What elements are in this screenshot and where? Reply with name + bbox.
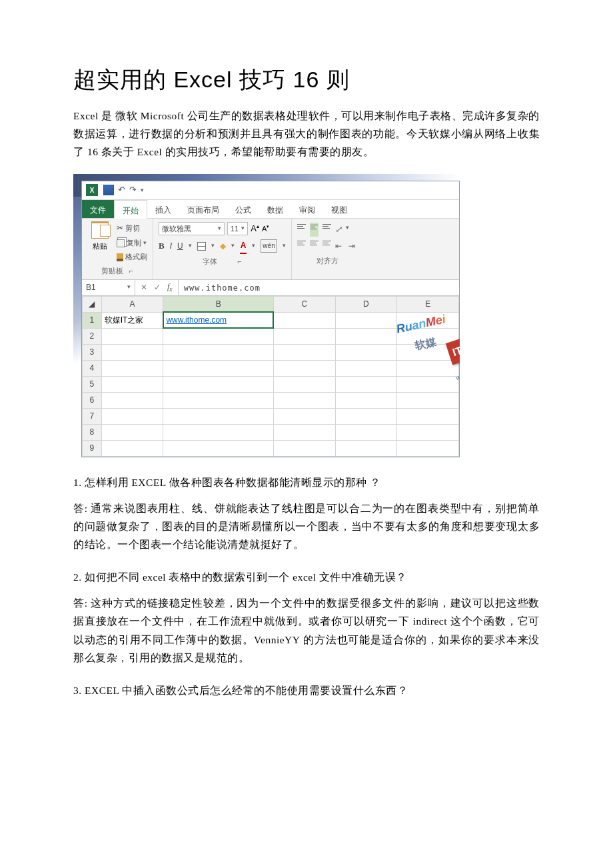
align-bottom-icon[interactable]: [322, 223, 331, 237]
cell[interactable]: [101, 328, 163, 344]
cell[interactable]: [335, 376, 397, 392]
cell[interactable]: [163, 344, 274, 360]
cell[interactable]: [163, 392, 274, 408]
col-header-b[interactable]: B: [163, 296, 274, 312]
cell[interactable]: [163, 424, 274, 440]
cell[interactable]: [273, 408, 335, 424]
cut-button[interactable]: ✂剪切: [117, 221, 147, 235]
cell[interactable]: [163, 408, 274, 424]
cell[interactable]: [397, 376, 459, 392]
cell[interactable]: [273, 440, 335, 456]
tab-review[interactable]: 审阅: [291, 200, 323, 218]
cell[interactable]: [335, 408, 397, 424]
cell[interactable]: [101, 440, 163, 456]
cell[interactable]: [273, 392, 335, 408]
row-header-7[interactable]: 7: [83, 408, 102, 424]
cell-c1[interactable]: [273, 312, 335, 328]
cell[interactable]: [335, 424, 397, 440]
shrink-font-icon[interactable]: A▾: [262, 223, 269, 235]
tab-file[interactable]: 文件: [82, 200, 114, 218]
select-all-corner[interactable]: ◢: [83, 296, 102, 312]
italic-button[interactable]: I: [170, 239, 172, 253]
cell[interactable]: [101, 392, 163, 408]
name-box[interactable]: B1▾: [82, 280, 135, 295]
col-header-c[interactable]: C: [273, 296, 335, 312]
cell-b1[interactable]: www.ithome.com: [163, 312, 274, 328]
cell[interactable]: [163, 328, 274, 344]
row-header-3[interactable]: 3: [83, 344, 102, 360]
formula-bar[interactable]: www.ithome.com: [179, 280, 266, 295]
row-header-8[interactable]: 8: [83, 424, 102, 440]
cell[interactable]: [273, 424, 335, 440]
cell[interactable]: [101, 376, 163, 392]
decrease-indent-icon[interactable]: ⇤: [335, 239, 344, 253]
align-left-icon[interactable]: [297, 239, 306, 253]
cell[interactable]: [397, 344, 459, 360]
tab-view[interactable]: 视图: [323, 200, 355, 218]
cell[interactable]: [397, 392, 459, 408]
row-header-5[interactable]: 5: [83, 376, 102, 392]
cell[interactable]: [335, 440, 397, 456]
copy-button[interactable]: 复制 ▾: [117, 237, 147, 249]
align-right-icon[interactable]: [322, 239, 331, 253]
bold-button[interactable]: B: [159, 239, 165, 254]
cell[interactable]: [397, 408, 459, 424]
qat-more-icon[interactable]: ▾: [141, 185, 144, 196]
cancel-icon[interactable]: ✕: [141, 281, 147, 295]
paste-button[interactable]: 粘贴: [87, 221, 113, 264]
align-center-icon[interactable]: [310, 239, 318, 253]
cell[interactable]: [397, 440, 459, 456]
cell[interactable]: [273, 376, 335, 392]
col-header-a[interactable]: A: [101, 296, 163, 312]
tab-formula[interactable]: 公式: [227, 200, 259, 218]
cell[interactable]: [335, 328, 397, 344]
cell[interactable]: [397, 328, 459, 344]
cell[interactable]: [397, 424, 459, 440]
col-header-d[interactable]: D: [335, 296, 397, 312]
align-top-icon[interactable]: [297, 223, 306, 237]
tab-data[interactable]: 数据: [259, 200, 291, 218]
increase-indent-icon[interactable]: ⇥: [348, 239, 358, 253]
row-header-4[interactable]: 4: [83, 360, 102, 376]
cell[interactable]: [163, 360, 274, 376]
cell[interactable]: [101, 424, 163, 440]
align-middle-icon[interactable]: [310, 223, 318, 237]
fill-color-icon[interactable]: ◆: [220, 239, 226, 253]
enter-icon[interactable]: ✓: [154, 281, 161, 295]
cell-a1[interactable]: 软媒IT之家: [101, 312, 163, 328]
row-header-2[interactable]: 2: [83, 328, 102, 344]
cell[interactable]: [101, 344, 163, 360]
font-size-combo[interactable]: 11▾: [227, 222, 248, 235]
cell[interactable]: [273, 360, 335, 376]
cell[interactable]: [397, 360, 459, 376]
font-name-combo[interactable]: 微软雅黑▾: [159, 222, 225, 235]
row-header-9[interactable]: 9: [83, 440, 102, 456]
row-header-1[interactable]: 1: [83, 312, 102, 328]
cell[interactable]: [335, 392, 397, 408]
fx-icon[interactable]: fx: [167, 280, 173, 295]
undo-icon[interactable]: ↶: [118, 183, 125, 198]
cell[interactable]: [163, 376, 274, 392]
col-header-e[interactable]: E: [397, 296, 459, 312]
cell[interactable]: [335, 344, 397, 360]
tab-home[interactable]: 开始: [114, 200, 147, 219]
format-painter-button[interactable]: 格式刷: [117, 251, 147, 263]
tab-insert[interactable]: 插入: [147, 200, 179, 218]
cell[interactable]: [163, 440, 274, 456]
orientation-icon[interactable]: ⤢: [335, 223, 342, 237]
cell-d1[interactable]: [335, 312, 397, 328]
tab-layout[interactable]: 页面布局: [179, 200, 227, 218]
underline-button[interactable]: U: [177, 239, 183, 253]
cell-b1-link[interactable]: www.ithome.com: [166, 315, 227, 325]
border-icon[interactable]: [197, 242, 206, 251]
cell[interactable]: [273, 328, 335, 344]
cell[interactable]: [101, 408, 163, 424]
grow-font-icon[interactable]: A▴: [251, 221, 259, 237]
cell[interactable]: [335, 360, 397, 376]
save-icon[interactable]: [103, 185, 114, 195]
cell[interactable]: [273, 344, 335, 360]
cell[interactable]: [101, 360, 163, 376]
font-color-icon[interactable]: A: [240, 239, 247, 254]
phonetic-icon[interactable]: wén: [261, 239, 277, 253]
row-header-6[interactable]: 6: [83, 392, 102, 408]
